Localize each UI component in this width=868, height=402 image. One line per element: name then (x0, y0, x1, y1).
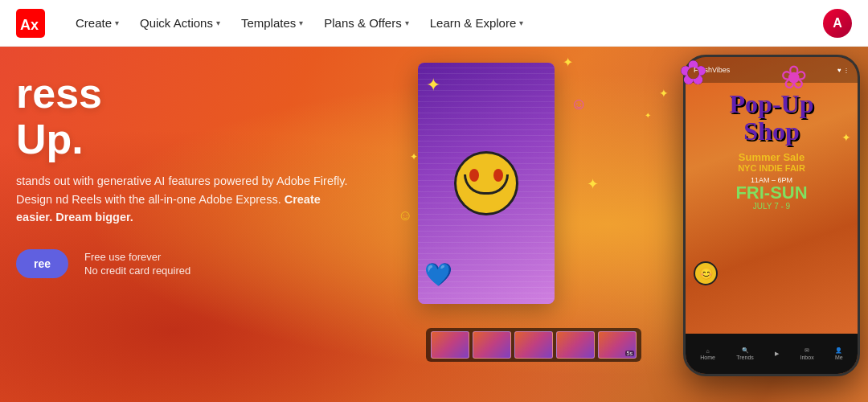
nav-items: Create ▾ Quick Actions ▾ Templates ▾ Pla… (68, 11, 823, 35)
phone-nav-me: 👤 Me (835, 347, 843, 360)
inbox-icon: ✉ (805, 347, 809, 354)
thumb-strip: 5s (426, 328, 641, 362)
phone-top-bar: FreshVibes ♥ ⋮ (686, 57, 858, 83)
phone-status: ♥ ⋮ (837, 67, 850, 74)
hero-note-2: No credit card required (84, 265, 190, 277)
hero-note-1: Free use forever (84, 251, 190, 263)
chevron-down-icon: ▾ (216, 18, 220, 27)
free-cta-button[interactable]: ree (16, 249, 68, 278)
thumb-item[interactable] (431, 331, 469, 359)
nav-item-quick-actions[interactable]: Quick Actions ▾ (132, 11, 228, 35)
hero-cta-area: ree Free use forever No credit card requ… (16, 249, 354, 278)
nav-item-plans[interactable]: Plans & Offers ▾ (316, 11, 416, 35)
smiley-eye-left (469, 169, 479, 182)
phone-nav-trends: 🔍 Trends (736, 347, 754, 360)
hero-notes: Free use forever No credit card required (84, 251, 190, 277)
sparkle-icon: ✦ (563, 55, 573, 70)
smiley-large (454, 151, 518, 215)
trends-icon: 🔍 (742, 347, 749, 354)
nav-templates-label: Templates (241, 16, 296, 30)
phone-popup-line2: Shop (730, 118, 814, 146)
nav-item-templates[interactable]: Templates ▾ (233, 11, 311, 35)
phone-nyc: NYC INDIE FAIR (738, 163, 805, 173)
phone-nav-home-label: Home (700, 355, 715, 360)
sparkle-icon: ✦ (587, 175, 599, 193)
nav-item-learn[interactable]: Learn & Explore ▾ (422, 11, 532, 35)
phone-nav-inbox-label: Inbox (800, 355, 814, 360)
headline-line2: Up. (16, 117, 354, 162)
home-icon: ⌂ (706, 348, 709, 354)
poster-card: ✦ 💙 (418, 63, 555, 304)
hero-visual: ✦ 💙 ✦ ✦ FreshVibes ♥ ⋮ Pop-Up Shop (386, 47, 868, 402)
svg-text:Ax: Ax (20, 17, 39, 33)
phone-screen: FreshVibes ♥ ⋮ Pop-Up Shop Summer Sale N… (686, 57, 858, 374)
phone-fri-sun: FRI-SUN (735, 184, 807, 202)
chevron-down-icon: ▾ (405, 18, 409, 27)
hero-subtext: stands out with generative AI features p… (16, 172, 354, 226)
hero-section: ress Up. stands out with generative AI f… (0, 47, 868, 402)
nav-quick-actions-label: Quick Actions (140, 16, 213, 30)
thumb-timer: 5s (625, 351, 634, 356)
avatar[interactable]: A (823, 9, 852, 38)
smiley-eye-right (493, 169, 503, 182)
thumb-item[interactable] (514, 331, 553, 359)
sparkle-icon: ✦ (410, 151, 418, 162)
phone-nav-inbox: ✉ Inbox (800, 347, 814, 360)
sparkle-icon: ✦ (659, 87, 669, 100)
flower-purple-icon: ✿ (679, 53, 707, 92)
create-icon: ▶ (775, 351, 779, 357)
phone-content: Pop-Up Shop Summer Sale NYC INDIE FAIR 1… (686, 83, 858, 334)
sparkle-icon: ✦ (645, 111, 651, 120)
smiley-small-icon: ☺ (571, 95, 587, 113)
nav-create-label: Create (76, 16, 112, 30)
me-icon: 👤 (835, 347, 842, 354)
phone-bottom-bar: ⌂ Home 🔍 Trends ▶ ✉ Inbox (686, 334, 858, 374)
flower-blue-icon: 💙 (424, 261, 452, 288)
phone-mock: FreshVibes ♥ ⋮ Pop-Up Shop Summer Sale N… (683, 55, 860, 376)
phone-nav-create: ▶ (775, 351, 779, 358)
phone-popup-text: Pop-Up Shop (730, 91, 814, 145)
nav-plans-label: Plans & Offers (324, 16, 401, 30)
phone-nav-home: ⌂ Home (700, 348, 715, 360)
logo[interactable]: Ax (16, 9, 45, 38)
flower-pink-icon: ❀ (780, 59, 808, 96)
chevron-down-icon: ▾ (299, 18, 303, 27)
nav-learn-label: Learn & Explore (430, 16, 517, 30)
phone-nav-trends-label: Trends (736, 355, 754, 360)
hero-headline: ress Up. (16, 71, 354, 162)
phone-date: JULY 7 - 9 (753, 202, 790, 211)
chevron-down-icon: ▾ (519, 18, 523, 27)
navbar-right: A (823, 9, 852, 38)
thumb-item[interactable]: 5s (598, 331, 637, 359)
phone-summer-sale: Summer Sale (739, 151, 805, 163)
hero-text: ress Up. stands out with generative AI f… (16, 71, 354, 278)
headline-line1: ress (16, 71, 354, 117)
poster-background: ✦ 💙 (418, 63, 555, 304)
chevron-down-icon: ▾ (115, 18, 119, 27)
smiley-small-icon: ☺ (398, 207, 412, 224)
phone-smiley: 😊 (694, 261, 718, 285)
phone-nav-me-label: Me (835, 355, 843, 360)
thumb-item[interactable] (556, 331, 595, 359)
navbar: Ax Create ▾ Quick Actions ▾ Templates ▾ … (0, 0, 868, 47)
thumb-item[interactable] (473, 331, 511, 359)
sparkle-icon: ✦ (841, 131, 851, 144)
nav-item-create[interactable]: Create ▾ (68, 11, 127, 35)
